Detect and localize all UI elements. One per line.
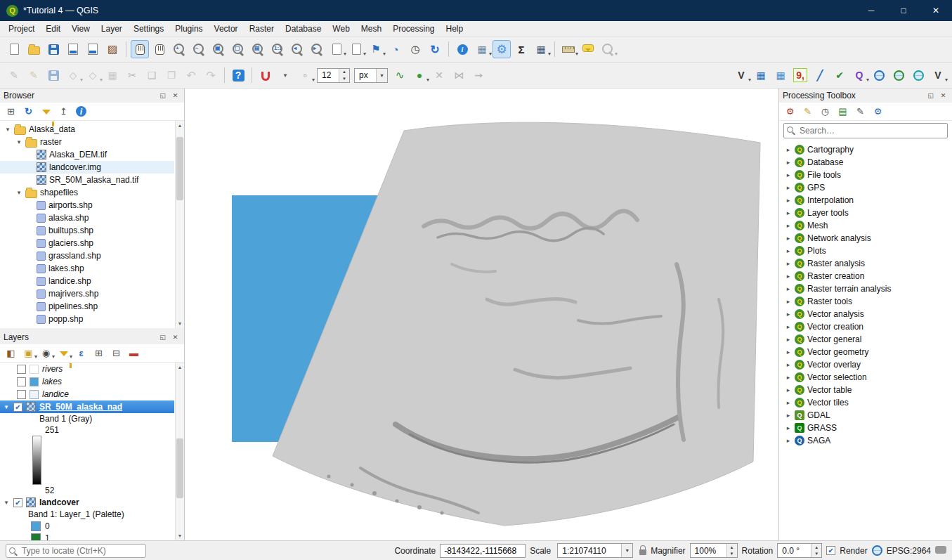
browser-item[interactable]: ▾ shapefiles [0, 186, 174, 199]
style-manager-button[interactable]: ▨ [103, 40, 122, 58]
snapping-units-select[interactable]: px ▾ [354, 68, 388, 83]
crs-globe-icon[interactable] [872, 545, 882, 556]
expand-arrow-icon[interactable]: ▾ [4, 126, 11, 133]
layout-manager-button[interactable] [84, 40, 102, 58]
identify-features-button[interactable]: i [453, 40, 471, 58]
browser-item[interactable]: landice.shp [0, 275, 174, 287]
expand-arrow-icon[interactable]: ▸ [785, 437, 792, 444]
history-button[interactable]: ◷ [817, 104, 833, 119]
map-refresh-button[interactable]: ↻ [426, 40, 444, 58]
browser-collapse-all-button[interactable]: ↥ [56, 104, 72, 119]
raster-calculator-button[interactable]: ▦ [771, 66, 790, 84]
processing-group[interactable]: ▸ Q Plots [779, 245, 952, 257]
stepper-arrows[interactable]: ▲ ▼ [339, 69, 349, 82]
layer-row-landice[interactable]: landice [0, 388, 174, 401]
menu-item[interactable]: Raster [244, 21, 280, 36]
menu-item[interactable]: Vector [209, 21, 244, 36]
processing-group[interactable]: ▸ Q Cartography [779, 143, 952, 156]
processing-group[interactable]: ▸ Q File tools [779, 169, 952, 181]
expand-arrow-icon[interactable]: ▸ [785, 184, 792, 191]
scroll-up-icon[interactable]: ▲ [178, 363, 183, 372]
temporal-controller-button[interactable]: ◔ [386, 40, 405, 58]
layer-checkbox[interactable]: ✔ [13, 498, 22, 507]
layers-float-button[interactable]: ◱ [157, 332, 168, 343]
step-up-icon[interactable]: ▲ [339, 69, 349, 76]
processing-group[interactable]: ▸ Q Interpolation [779, 194, 952, 207]
trace-tool-button[interactable]: ⇝ [469, 66, 488, 84]
crs-value[interactable]: EPSG:2964 [887, 546, 931, 556]
browser-item[interactable]: Alaska_DEM.tif [0, 148, 174, 161]
processing-group[interactable]: ▸ Q GDAL [779, 409, 952, 422]
stepper-arrows[interactable]: ▲ ▼ [811, 544, 821, 557]
processing-group[interactable]: ▸ Q Vector table [779, 384, 952, 396]
processing-group[interactable]: ▸ Q Vector general [779, 333, 952, 346]
layer-row-rivers[interactable]: rivers [0, 363, 174, 375]
menu-item[interactable]: Processing [387, 21, 440, 36]
expand-arrow-icon[interactable]: ▸ [785, 285, 792, 292]
scripts-button[interactable]: ✎ [800, 104, 816, 119]
chevron-down-icon[interactable]: ▾ [376, 69, 387, 82]
processing-group[interactable]: ▸ Q Database [779, 156, 952, 169]
processing-group[interactable]: ▸ Q Raster analysis [779, 257, 952, 270]
new-print-layout-button[interactable] [64, 40, 82, 58]
processing-group[interactable]: ▸ Q Vector selection [779, 371, 952, 384]
processing-group[interactable]: ▸ Q SAGA [779, 434, 952, 447]
statistical-summary-button[interactable]: Σ [512, 40, 530, 58]
zoom-to-selection-button[interactable]: ▢ [229, 40, 247, 58]
zoom-next-button[interactable]: ▸ [308, 40, 326, 58]
stepper-arrows[interactable]: ▲ ▼ [726, 544, 737, 557]
zoom-in-button[interactable]: + [170, 40, 188, 58]
browser-item[interactable]: ▾ Alaska_data [0, 123, 174, 136]
collapse-all-layers-button[interactable]: ⊟ [108, 346, 124, 361]
snapping-tolerance-stepper[interactable]: 12 ▲ ▼ [317, 68, 350, 83]
pan-map-button[interactable] [131, 40, 149, 58]
scroll-down-icon[interactable]: ▼ [178, 531, 183, 540]
measure-button[interactable] [559, 40, 578, 58]
browser-item[interactable]: glaciers.shp [0, 237, 174, 249]
clear-tool-button[interactable]: ✕ [430, 66, 448, 84]
browser-item[interactable]: landcover.img [0, 161, 174, 174]
expand-arrow-icon[interactable]: ▸ [785, 260, 792, 267]
pan-to-selection-button[interactable] [150, 40, 169, 58]
rotation-stepper[interactable]: 0.0 ° ▲ ▼ [777, 543, 822, 558]
map-canvas[interactable] [185, 89, 778, 540]
zoom-out-button[interactable]: − [190, 40, 208, 58]
new-3d-map-view-button[interactable] [347, 40, 365, 58]
expand-arrow-icon[interactable]: ▸ [785, 386, 792, 393]
processing-group[interactable]: ▸ Q Vector analysis [779, 308, 952, 320]
locate-input[interactable] [6, 544, 146, 558]
results-viewer-button[interactable]: ▤ [835, 104, 851, 119]
menu-item[interactable]: Web [327, 21, 355, 36]
browser-item[interactable]: popp.shp [0, 313, 174, 325]
browser-float-button[interactable]: ◱ [157, 91, 168, 101]
expand-arrow-icon[interactable]: ▸ [785, 399, 792, 406]
lock-icon[interactable] [639, 549, 646, 555]
open-layer-styling-button[interactable]: ◧ [3, 346, 19, 361]
step-down-icon[interactable]: ▼ [339, 75, 349, 82]
browser-item[interactable]: SR_50M_alaska_nad.tif [0, 174, 174, 186]
layers-scrollbar[interactable]: ▲ ▼ [175, 363, 184, 540]
processing-group[interactable]: ▸ Q Network analysis [779, 232, 952, 245]
layer-row-sr50m-selected[interactable]: ▾ ✔ SR_50M_alaska_nad [0, 401, 174, 413]
magnifier-stepper[interactable]: 100% ▲ ▼ [690, 543, 738, 558]
manage-map-themes-button[interactable]: ◉ [38, 346, 54, 361]
collapse-arrow-icon[interactable]: ▾ [3, 499, 10, 506]
expand-arrow-icon[interactable]: ▸ [785, 424, 792, 431]
expand-arrow-icon[interactable]: ▸ [785, 171, 792, 178]
properties-widget-button[interactable]: i [73, 104, 89, 119]
processing-group[interactable]: ▸ Q Layer tools [779, 207, 952, 219]
expand-arrow-icon[interactable]: ▸ [785, 247, 792, 254]
expand-arrow-icon[interactable]: ▸ [785, 311, 792, 318]
processing-group[interactable]: ▸ Q Raster creation [779, 270, 952, 282]
attribute-table-button[interactable]: ▦ [532, 40, 550, 58]
step-up-icon[interactable]: ▲ [727, 544, 737, 551]
layer-checkbox[interactable]: ✔ [13, 403, 22, 412]
processing-options-button[interactable]: ⚙ [870, 104, 886, 119]
expand-arrow-icon[interactable]: ▸ [785, 412, 792, 419]
expand-arrow-icon[interactable]: ▸ [785, 159, 792, 166]
zoom-to-layer-button[interactable]: ▤ [249, 40, 267, 58]
processing-group[interactable]: ▸ Q GPS [779, 181, 952, 194]
save-project-button[interactable] [44, 40, 63, 58]
processing-group[interactable]: ▸ Q Vector tiles [779, 396, 952, 409]
browser-item[interactable]: grassland.shp [0, 249, 174, 262]
